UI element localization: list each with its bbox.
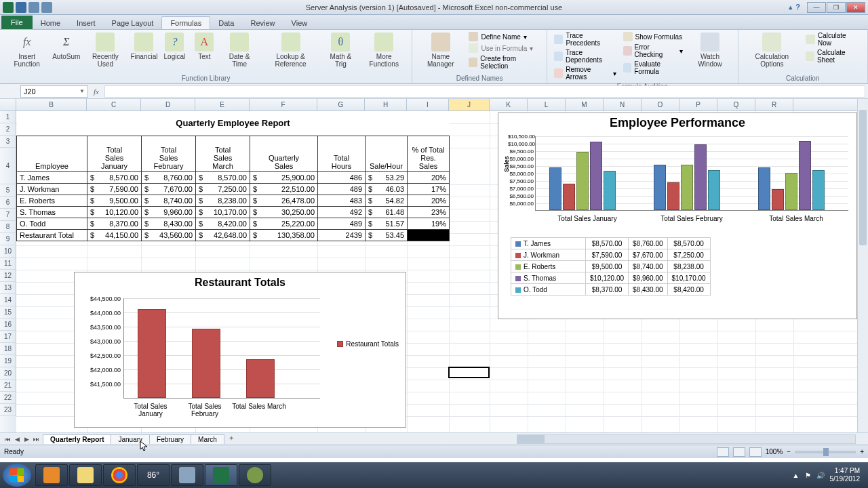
logical-button[interactable]: ?Logical [160,31,189,62]
row-header[interactable]: 20 [0,367,16,380]
more-functions-button[interactable]: More Functions [360,31,408,69]
create-from-selection-button[interactable]: Create from Selection [466,54,542,70]
row-header[interactable]: 22 [0,392,16,404]
define-name-button[interactable]: Define Name ▾ [466,31,542,42]
insert-function-button[interactable]: fxInsert Function [4,31,50,69]
name-manager-button[interactable]: Name Manager [416,31,465,69]
column-header[interactable]: C [87,99,141,110]
name-box[interactable]: J20▼ [20,85,88,98]
vertical-scrollbar[interactable] [857,99,868,432]
tab-insert[interactable]: Insert [68,17,104,29]
tab-data[interactable]: Data [210,17,242,29]
clock[interactable]: 1:47 PM 5/19/2012 [830,467,861,483]
lookup-reference-button[interactable]: Lookup & Reference [260,31,321,69]
column-header[interactable]: R [755,99,793,110]
error-checking-button[interactable]: Error Checking ▾ [620,43,686,59]
zoom-in-button[interactable]: + [860,448,864,455]
financial-button[interactable]: Financial [130,31,159,62]
start-button[interactable] [3,464,31,487]
row-header[interactable]: 10 [0,245,16,258]
active-cell[interactable] [448,367,490,378]
column-header[interactable]: D [141,99,195,110]
sheet-tab[interactable]: January [111,434,150,444]
row-header[interactable]: 17 [0,331,16,343]
worksheet-grid[interactable]: BCDEFGHIJKLMNOPQR 1234567891011121314151… [0,99,868,432]
sheet-tab[interactable]: March [191,434,224,444]
page-layout-view-button[interactable] [733,447,745,457]
row-header[interactable]: 15 [0,306,16,319]
evaluate-formula-button[interactable]: Evaluate Formula [620,60,686,76]
trace-dependents-button[interactable]: Trace Dependents [551,48,618,64]
file-tab[interactable]: File [1,16,33,29]
column-header[interactable]: B [16,99,87,110]
tab-home[interactable]: Home [33,17,68,29]
zoom-slider[interactable] [795,451,856,453]
select-all-corner[interactable] [0,99,16,110]
show-formulas-button[interactable]: Show Formulas [620,31,686,42]
tray-icon[interactable]: ▲ [793,472,800,479]
task-app2[interactable] [239,464,271,486]
tray-icon[interactable]: 🔊 [816,472,825,479]
column-header[interactable]: J [449,99,490,110]
tray-icon[interactable]: ⚑ [805,472,811,479]
column-header[interactable]: I [407,99,449,110]
calculation-options-button[interactable]: Calculation Options [743,31,802,69]
task-app1[interactable] [171,464,203,486]
row-header[interactable]: 5 [0,184,16,197]
task-excel[interactable] [205,464,237,486]
page-break-view-button[interactable] [749,447,762,457]
use-in-formula-button[interactable]: Use in Formula ▾ [466,43,542,54]
text-button[interactable]: AText [190,31,218,62]
sheet-tab[interactable]: Quarterly Report [43,434,111,444]
row-header[interactable]: 12 [0,270,16,282]
system-tray[interactable]: ▲ ⚑ 🔊 1:47 PM 5/19/2012 [793,467,865,483]
row-header[interactable]: 21 [0,380,16,392]
column-header[interactable]: K [490,99,528,110]
date-time-button[interactable]: Date & Time [220,31,258,69]
sheet-nav-first[interactable]: ⏮ [3,436,12,443]
watch-window-button[interactable]: Watch Window [687,31,734,69]
minimize-button[interactable]: — [807,2,826,13]
sheet-nav-last[interactable]: ⏭ [31,436,41,443]
formula-input[interactable] [104,85,865,98]
close-button[interactable]: ✕ [846,2,865,13]
calculate-sheet-button[interactable]: Calculate Sheet [803,48,863,64]
recently-used-button[interactable]: Recently Used [83,31,127,69]
row-header[interactable]: 14 [0,294,16,306]
redo-icon[interactable] [41,2,52,13]
minimize-ribbon-icon[interactable]: ▴ [789,3,793,12]
row-header[interactable]: 2 [0,123,16,136]
row-header[interactable]: 9 [0,233,16,245]
row-header[interactable]: 7 [0,209,16,221]
column-header[interactable]: H [365,99,407,110]
save-icon[interactable] [16,2,26,13]
column-header[interactable]: N [604,99,642,110]
maximize-button[interactable]: ❐ [827,2,846,13]
restaurant-totals-chart[interactable]: Restaurant Totals $44,500.00$44,000.00$4… [74,272,406,428]
normal-view-button[interactable] [717,447,729,457]
column-header[interactable]: Q [717,99,755,110]
row-header[interactable]: 1 [0,111,16,123]
row-header[interactable]: 19 [0,355,16,367]
calculate-now-button[interactable]: Calculate Now [803,31,863,47]
help-icon[interactable]: ? [795,3,800,12]
row-header[interactable]: 23 [0,404,16,416]
sheet-tab[interactable]: February [149,434,191,444]
row-header[interactable]: 3 [0,136,16,148]
column-header[interactable]: O [642,99,679,110]
row-header[interactable]: 18 [0,343,16,355]
column-header[interactable]: P [679,99,717,110]
row-header[interactable]: 4 [0,148,16,184]
row-header[interactable]: 6 [0,197,16,209]
zoom-out-button[interactable]: − [787,448,791,455]
new-sheet-button[interactable]: ✦ [229,434,239,444]
horizontal-scrollbar[interactable] [517,434,856,444]
sheet-nav-next[interactable]: ▶ [22,436,31,443]
tab-view[interactable]: View [283,17,316,29]
tab-page-layout[interactable]: Page Layout [104,17,162,29]
column-header[interactable]: F [250,99,317,110]
task-media-player[interactable] [35,464,68,486]
task-weather[interactable]: 86° [137,464,170,486]
column-header[interactable]: G [317,99,365,110]
column-header[interactable]: L [528,99,566,110]
